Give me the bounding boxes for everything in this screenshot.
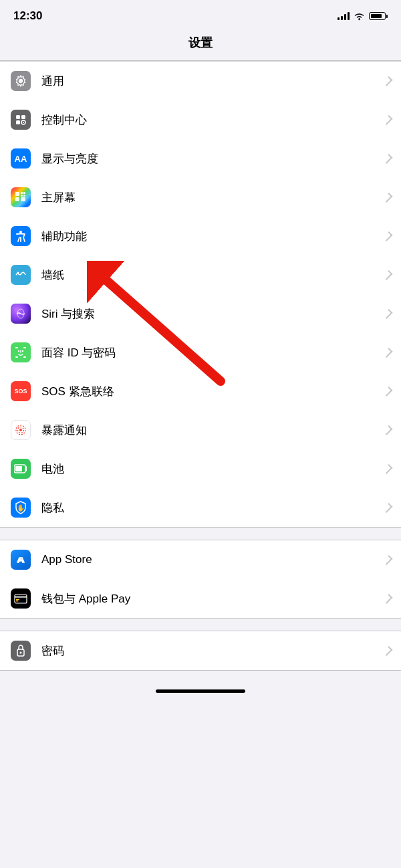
- chevron-icon: [383, 646, 393, 656]
- chevron-icon: [383, 270, 393, 280]
- section-spacer-2: [0, 619, 401, 631]
- sos-label: SOS 紧急联络: [41, 384, 380, 399]
- control-center-icon: [11, 110, 31, 130]
- home-indicator: [156, 689, 245, 693]
- exposure-label: 暴露通知: [41, 423, 380, 438]
- svg-text:✋: ✋: [17, 504, 25, 512]
- settings-group-2: A App Store 钱包与 Apple Pay: [0, 540, 401, 619]
- appstore-icon: A: [11, 550, 31, 570]
- svg-rect-12: [23, 195, 25, 197]
- svg-rect-11: [21, 195, 23, 197]
- svg-rect-14: [21, 197, 25, 201]
- wallpaper-icon: [11, 265, 31, 285]
- appstore-label: App Store: [41, 553, 380, 566]
- svg-rect-5: [16, 120, 20, 124]
- settings-item-battery[interactable]: 电池: [0, 449, 401, 488]
- faceid-label: 面容 ID 与密码: [41, 345, 380, 360]
- chevron-icon: [383, 154, 393, 164]
- home-bar: [0, 684, 401, 695]
- wallpaper-label: 墙纸: [41, 267, 380, 283]
- settings-group-3: 密码: [0, 631, 401, 671]
- svg-rect-21: [23, 356, 26, 358]
- display-icon: AA: [11, 148, 31, 169]
- wallet-label: 钱包与 Apple Pay: [41, 591, 380, 607]
- general-icon: [11, 71, 31, 91]
- display-label: 显示与亮度: [41, 151, 380, 167]
- status-bar: 12:30: [0, 0, 401, 28]
- chevron-icon: [383, 231, 393, 241]
- homescreen-icon: [11, 187, 31, 207]
- settings-item-general[interactable]: 通用: [0, 62, 401, 100]
- status-icons: [338, 12, 388, 21]
- settings-item-wallet[interactable]: 钱包与 Apple Pay: [0, 579, 401, 618]
- settings-item-control-center[interactable]: 控制中心: [0, 100, 401, 139]
- battery-settings-icon: [11, 459, 31, 479]
- svg-point-22: [18, 350, 19, 352]
- status-time: 12:30: [13, 9, 42, 23]
- svg-point-0: [358, 18, 360, 19]
- wifi-icon: [354, 12, 365, 21]
- settings-item-siri[interactable]: Siri 与搜索: [0, 294, 401, 333]
- settings-item-passwords[interactable]: 密码: [0, 631, 401, 670]
- chevron-icon: [383, 464, 393, 474]
- chevron-icon: [383, 555, 393, 565]
- chevron-icon: [383, 309, 393, 319]
- svg-rect-3: [16, 115, 20, 119]
- settings-item-homescreen[interactable]: 主屏幕: [0, 178, 401, 217]
- accessibility-label: 辅助功能: [41, 229, 380, 244]
- settings-item-display[interactable]: AA 显示与亮度: [0, 139, 401, 178]
- settings-item-accessibility[interactable]: 辅助功能: [0, 217, 401, 255]
- svg-point-15: [19, 231, 22, 233]
- settings-item-faceid[interactable]: 面容 ID 与密码: [0, 333, 401, 372]
- svg-point-25: [19, 429, 22, 431]
- svg-rect-13: [15, 197, 19, 201]
- chevron-icon: [383, 76, 393, 86]
- svg-rect-19: [23, 347, 26, 348]
- accessibility-icon: [11, 226, 31, 246]
- svg-rect-20: [15, 356, 18, 358]
- chevron-icon: [383, 594, 393, 604]
- battery-label: 电池: [41, 461, 380, 477]
- chevron-icon: [383, 503, 393, 513]
- svg-rect-33: [15, 596, 27, 598]
- svg-rect-8: [15, 192, 19, 196]
- svg-rect-10: [23, 192, 25, 194]
- settings-group-1: 通用 控制中心 AA 显示与亮度: [0, 61, 401, 528]
- svg-rect-18: [15, 347, 18, 348]
- svg-point-23: [22, 350, 23, 352]
- general-label: 通用: [41, 74, 380, 89]
- homescreen-label: 主屏幕: [41, 190, 380, 205]
- exposure-icon: [11, 420, 31, 440]
- settings-item-appstore[interactable]: A App Store: [0, 540, 401, 579]
- passwords-icon: [11, 641, 31, 661]
- settings-item-exposure[interactable]: 暴露通知: [0, 411, 401, 449]
- bottom-padding: [0, 671, 401, 684]
- svg-rect-34: [16, 599, 19, 601]
- siri-label: Siri 与搜索: [41, 306, 380, 322]
- privacy-label: 隐私: [41, 500, 380, 516]
- signal-icon: [338, 12, 350, 20]
- settings-item-sos[interactable]: SOS SOS 紧急联络: [0, 372, 401, 411]
- svg-point-16: [17, 272, 19, 274]
- svg-point-7: [23, 122, 24, 123]
- control-center-label: 控制中心: [41, 112, 380, 128]
- section-spacer-1: [0, 528, 401, 540]
- page-title: 设置: [0, 28, 401, 61]
- settings-item-privacy[interactable]: ✋ 隐私: [0, 488, 401, 527]
- chevron-icon: [383, 348, 393, 358]
- wallet-icon: [11, 588, 31, 609]
- chevron-icon: [383, 425, 393, 435]
- settings-item-wallpaper[interactable]: 墙纸: [0, 255, 401, 294]
- privacy-icon: ✋: [11, 498, 31, 518]
- chevron-icon: [383, 387, 393, 397]
- svg-rect-35: [16, 601, 18, 602]
- svg-rect-9: [21, 192, 23, 194]
- svg-point-37: [20, 652, 22, 654]
- sos-icon: SOS: [11, 381, 31, 401]
- passwords-label: 密码: [41, 643, 380, 659]
- svg-rect-4: [21, 115, 25, 119]
- chevron-icon: [383, 193, 393, 203]
- svg-rect-29: [15, 466, 22, 471]
- svg-rect-32: [15, 594, 27, 603]
- battery-icon: [369, 12, 388, 20]
